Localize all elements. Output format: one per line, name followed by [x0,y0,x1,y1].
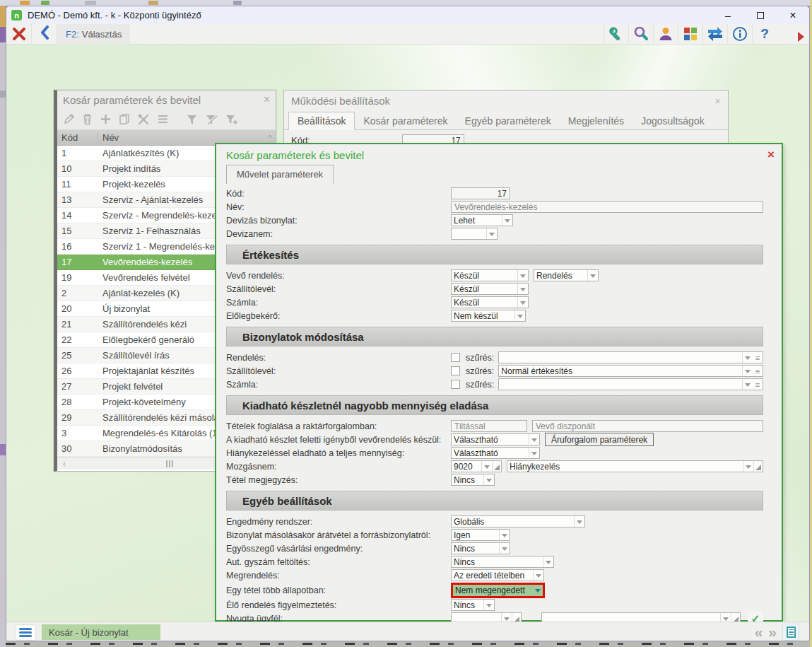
engedmeny-dropdown[interactable]: Globális [451,515,585,527]
help-icon: ? [760,26,769,42]
list-icon[interactable]: ≡ [753,366,763,376]
settings-tab-jogosultságok[interactable]: Jogosultságok [632,112,713,129]
status-menu-button[interactable] [15,624,36,641]
list-icon[interactable]: ≡ [753,379,763,390]
add-icon[interactable] [100,113,112,125]
document-list-button[interactable] [782,624,799,641]
row-code: 17 [57,257,98,267]
filter-icon[interactable] [186,114,198,125]
close-button[interactable]: × [777,6,809,24]
next-page-icon[interactable]: » [768,625,777,639]
row-code: 11 [57,179,98,190]
mod-szallitolevel-checkbox[interactable] [451,366,460,375]
megrendeles-dropdown[interactable]: Az eredeti tételben [451,569,544,581]
elo-rendeles-dropdown[interactable]: Nincs [451,599,495,611]
row-code: 26 [57,366,98,376]
vevo-rendeles-type-dropdown[interactable]: Rendelés [534,269,599,281]
modules-button[interactable] [678,24,702,45]
devizas-dropdown[interactable]: Lehet [451,214,513,226]
hianykezeles-dropdown[interactable]: Választható [451,447,540,459]
tetel-megjegyzes-dropdown[interactable]: Nincs [451,474,495,486]
exit-button[interactable] [6,24,32,45]
prev-page-icon[interactable]: « [755,625,763,639]
masolas-dropdown[interactable]: Igen [451,529,510,541]
gyszam-dropdown[interactable]: Nincs [451,556,554,568]
maximize-button[interactable] [744,6,777,24]
mod-szamla-checkbox[interactable] [451,380,460,389]
row-code: 20 [57,303,98,314]
settings-tab-egyéb-paraméterek[interactable]: Egyéb paraméterek [457,112,560,129]
mod-rendeles-filter-combo[interactable]: ≡ [498,351,763,363]
chevron-left-icon [40,25,49,40]
nev-label: Név: [226,202,451,212]
foglalas-field1[interactable]: Tiltással [451,420,527,432]
mod-szamla-filter-combo[interactable]: ≡ [498,378,763,390]
allapot-dropdown-highlighted[interactable]: Nem megengedett [451,583,545,598]
mod-szallitolevel-filter-combo[interactable]: Normál értékesítés≡ [498,365,763,377]
devizas-label: Devizás bizonylat: [226,216,451,226]
minimize-button[interactable]: – [712,6,744,24]
delete-icon[interactable] [82,113,93,125]
resize-corner-icon [753,461,763,472]
vevo-rendeles-dropdown[interactable]: Készül [451,269,529,281]
devizanem-dropdown[interactable] [451,228,498,240]
chevron-down-icon [502,215,512,226]
elolegbekero-dropdown[interactable]: Nem készül [451,310,526,322]
row-code: 30 [57,443,98,454]
mozgasnem-label: Mozgásnem: [226,462,451,472]
f2-select-hint[interactable]: F2: Választás [57,24,130,45]
mozgasnem-code-combo[interactable]: 9020 [451,460,502,472]
chevron-down-icon [529,448,539,458]
tools-icon[interactable] [137,113,150,125]
row-code: 25 [57,350,98,361]
row-code: 29 [57,412,98,423]
igeny-dropdown[interactable]: Választható [451,433,540,445]
szamla-dropdown[interactable]: Készül [451,296,529,308]
nev-field[interactable]: Vevőrendelés-kezelés [451,201,763,213]
resize-corner-icon [492,461,501,472]
maximize-icon [757,12,764,19]
row-code: 22 [57,334,98,345]
szures-label: szűrés: [466,353,494,363]
help-button[interactable]: ? [752,24,777,45]
mozgasnem-name-combo[interactable]: Hiánykezelés [507,460,763,472]
settings-wrench-button[interactable] [604,24,628,45]
search-icon [632,25,649,42]
scroll-left-icon[interactable]: ‹ [57,458,71,469]
user-button[interactable] [653,24,678,45]
filter-clear-icon[interactable] [205,114,218,125]
list-icon[interactable]: ≡ [753,352,763,363]
kod-field[interactable]: 17 [451,187,510,199]
menu-icon[interactable] [157,114,169,124]
settings-panel-close-icon[interactable]: × [714,95,721,107]
back-button[interactable] [32,24,57,45]
egyosszegu-dropdown[interactable]: Nincs [451,542,510,554]
copy-icon[interactable] [119,113,130,125]
settings-tab-megjelenítés[interactable]: Megjelenítés [560,112,632,129]
chevron-down-icon [483,474,494,485]
chevron-down-icon [532,585,543,596]
tab-muvelet-parameterek[interactable]: Művelet paraméterek [226,165,334,184]
panel-close-icon[interactable]: × [264,93,270,106]
search-button[interactable] [628,24,653,45]
aruforgalom-parameterek-button[interactable]: Áruforgalom paraméterek [545,433,654,446]
column-header-nev[interactable]: Név [98,132,264,143]
settings-tab-beállítások[interactable]: Beállítások [288,112,355,130]
mod-rendeles-checkbox[interactable] [451,353,460,362]
transfer-button[interactable] [702,24,727,45]
filter-add-icon[interactable] [225,114,238,125]
edit-icon[interactable] [63,113,75,125]
chevron-down-icon [529,434,539,445]
row-code: 15 [57,226,98,236]
foglalas-field2[interactable]: Vevő diszponált [532,420,763,432]
f2-key: F2: [66,29,79,40]
dialog-close-icon[interactable]: × [767,150,775,160]
info-button[interactable] [727,24,752,45]
settings-tab-kosár-paraméterek[interactable]: Kosár paraméterek [355,112,456,129]
scrollbar-thumb[interactable] [153,460,187,468]
scroll-up-icon[interactable]: ^ [264,134,276,142]
column-header-kod[interactable]: Kód [57,132,98,143]
status-tab-kosar[interactable]: Kosár - Új bizonylat [42,624,160,640]
document-icon [787,626,796,638]
szallitolevel-dropdown[interactable]: Készül [451,283,529,295]
